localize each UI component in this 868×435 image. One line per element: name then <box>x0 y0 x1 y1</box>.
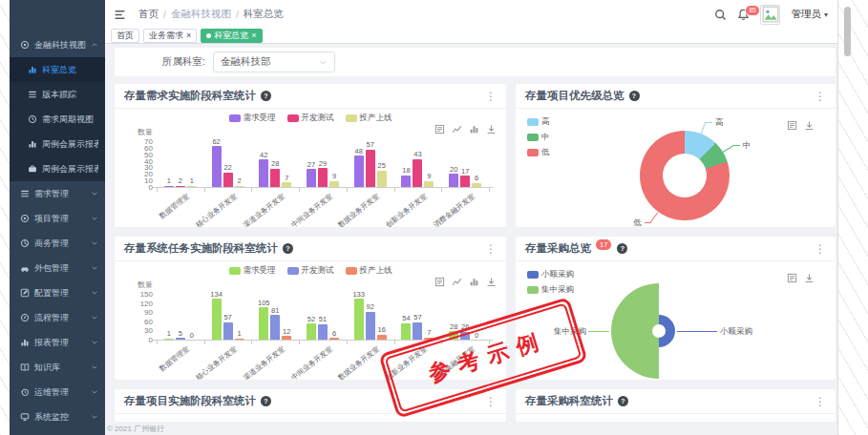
sidebar-item-demand[interactable]: 需求管理 <box>10 181 105 206</box>
sidebar-item-label: 项目管理 <box>34 213 91 225</box>
download-button[interactable] <box>486 277 497 287</box>
panel-title: 存量采购总览 <box>525 241 591 256</box>
line-chart-button[interactable] <box>452 277 462 287</box>
sidebar-item-config[interactable]: 配置管理 <box>10 280 105 305</box>
sidebar-item-dept-overview[interactable]: 科室总览 <box>10 57 105 82</box>
panel-menu-button[interactable]: ⋮ <box>815 396 826 407</box>
download-button[interactable] <box>486 124 497 135</box>
hamburger-icon[interactable] <box>114 9 126 21</box>
sidebar-item-system[interactable]: 系统管理 <box>10 429 105 435</box>
data-view-button[interactable] <box>787 120 797 131</box>
help-icon[interactable]: ? <box>261 396 271 406</box>
bar-投产上线 <box>282 182 291 187</box>
sidebar-item-label: 版本跟踪 <box>42 89 98 101</box>
panel-menu-button[interactable]: ⋮ <box>485 91 497 102</box>
line-chart-button[interactable] <box>452 124 462 135</box>
user-menu[interactable]: 管理员 ▾ <box>791 8 828 21</box>
sidebar-item-ops[interactable]: 运维管理 <box>10 380 105 404</box>
sidebar-item-fintech-view[interactable]: 金融科技视图 <box>10 32 105 57</box>
help-icon[interactable]: ? <box>617 243 627 254</box>
search-icon[interactable] <box>714 9 727 21</box>
bar-投产上线 <box>235 186 244 188</box>
chevron-down-icon <box>91 388 98 396</box>
sidebar-item-weekly-procurement[interactable]: 周例会展示报表-采购 <box>10 156 105 181</box>
legend-item[interactable]: 开发测试 <box>287 113 334 124</box>
x-axis-tick <box>251 188 252 192</box>
legend-item[interactable]: 需求受理 <box>229 265 276 277</box>
download-button[interactable] <box>804 273 815 283</box>
help-icon[interactable]: ? <box>629 91 640 101</box>
top-header: 首页/金融科技视图/科室总览 85 管理员 ▾ <box>105 0 837 29</box>
legend-item[interactable]: 投产上线 <box>346 265 392 277</box>
legend-item[interactable]: 中 <box>527 132 550 143</box>
sidebar-item-label: 运维管理 <box>34 386 91 399</box>
page-scrollbar[interactable] <box>844 7 851 56</box>
chart-legend: 高中低 <box>527 116 550 158</box>
bar-value-label: 0 <box>181 331 202 340</box>
help-icon[interactable]: ? <box>618 396 628 406</box>
data-view-button[interactable] <box>434 124 445 135</box>
sidebar-item-project[interactable]: 项目管理 <box>10 206 105 231</box>
sidebar-item-version-track[interactable]: 版本跟踪 <box>10 82 105 107</box>
tab-home[interactable]: 首页 <box>111 29 139 43</box>
legend-chip <box>527 134 539 141</box>
sidebar-item-label: 系统监控 <box>34 411 91 424</box>
bar-需求受理 <box>164 339 174 341</box>
legend-chip <box>346 114 357 122</box>
data-view-button[interactable] <box>787 273 797 283</box>
legend-item[interactable]: 需求受理 <box>229 113 276 124</box>
x-axis-tick <box>157 188 158 192</box>
legend-item[interactable]: 开发测试 <box>287 265 334 277</box>
breadcrumb-item[interactable]: 金融科技视图 <box>171 8 231 21</box>
department-select[interactable]: 金融科技部 <box>213 52 335 72</box>
sidebar-item-business[interactable]: 商务管理 <box>10 231 105 256</box>
bar-投产上线 <box>235 339 244 341</box>
bar-投产上线 <box>377 171 387 187</box>
sidebar-item-monitor[interactable]: 系统监控 <box>10 404 105 429</box>
sidebar-item-process[interactable]: 流程管理 <box>10 305 105 330</box>
notifications-button[interactable]: 85 <box>737 9 750 21</box>
label-leader-line <box>588 331 609 332</box>
data-view-button[interactable] <box>434 277 445 287</box>
panel-menu-button[interactable]: ⋮ <box>485 396 497 407</box>
breadcrumb-item[interactable]: 首页 <box>138 8 159 21</box>
x-axis-label-text: 创新业务开发室 <box>384 192 430 227</box>
tab-dept-overview[interactable]: 科室总览× <box>201 29 262 43</box>
sidebar-item-weekly-project[interactable]: 周例会展示报表-项目 <box>10 132 105 156</box>
copyright: © 2021 广州银行 <box>107 424 164 434</box>
panel-menu-button[interactable]: ⋮ <box>815 91 826 102</box>
chevron-down-icon <box>91 339 98 346</box>
legend-item[interactable]: 高 <box>527 116 550 128</box>
panel-header: 存量需求实施阶段科室统计?⋮ <box>115 84 506 109</box>
sidebar-item-knowledge[interactable]: 知识库 <box>10 355 105 380</box>
sidebar-item-report[interactable]: 报表管理 <box>10 330 105 355</box>
panel-menu-button[interactable]: ⋮ <box>815 243 826 255</box>
tab-biz-demand[interactable]: 业务需求× <box>143 29 197 43</box>
caret-down-icon: ▾ <box>824 10 828 19</box>
bar-需求受理 <box>401 323 411 340</box>
bar-value-label: 81 <box>265 306 286 315</box>
chart-legend: 小额采购集中采购 <box>527 269 574 296</box>
help-icon[interactable]: ? <box>261 91 271 101</box>
avatar[interactable] <box>760 5 780 25</box>
bar-投产上线 <box>187 186 197 188</box>
header-actions: 85 管理员 ▾ <box>714 5 828 25</box>
close-icon[interactable]: × <box>186 31 191 40</box>
legend-item[interactable]: 低 <box>527 147 550 158</box>
panel-menu-button[interactable]: ⋮ <box>485 243 497 255</box>
sidebar-item-outsourcing[interactable]: 外包管理 <box>10 256 105 280</box>
bar-value-label: 28 <box>265 159 286 168</box>
chevron-down-icon <box>91 363 98 371</box>
legend-item[interactable]: 集中采购 <box>527 284 574 296</box>
x-axis-tick <box>347 188 348 192</box>
download-button[interactable] <box>804 120 815 131</box>
legend-item[interactable]: 小额采购 <box>527 269 574 280</box>
sidebar-item-demand-cycle[interactable]: 需求周期视图 <box>10 107 105 132</box>
x-axis-label-text: 核心业务开发室 <box>194 192 240 227</box>
y-axis-tick: 70 <box>128 137 153 146</box>
bar-chart-button[interactable] <box>469 124 479 135</box>
legend-item[interactable]: 投产上线 <box>346 113 392 124</box>
help-icon[interactable]: ? <box>283 243 293 254</box>
close-icon[interactable]: × <box>251 31 256 40</box>
bar-chart-button[interactable] <box>469 277 479 287</box>
